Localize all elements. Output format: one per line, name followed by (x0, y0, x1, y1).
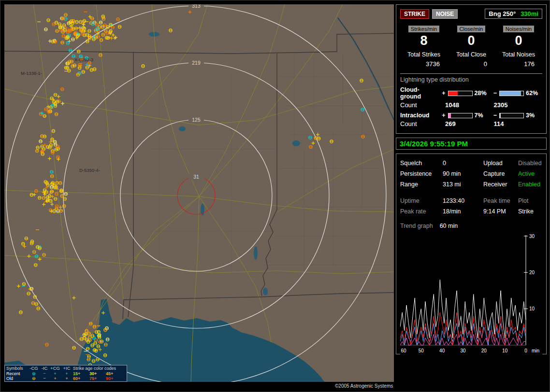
ic-positive-bar (448, 113, 473, 118)
uptime-grid: Uptime 1233:40 Peak time Plot Peak rate … (400, 197, 542, 215)
noises-per-min-chip: Noises/min (503, 26, 534, 32)
plus-sign: + (441, 90, 446, 97)
noise-button[interactable]: NOISE (432, 9, 458, 19)
ic-negative-pct: 3% (526, 112, 542, 119)
circle-minus-icon: ⊖ (29, 371, 39, 376)
age-code-15: 15+ (73, 371, 89, 376)
age-code-60: 60+ (73, 376, 89, 381)
svg-text:20: 20 (529, 270, 535, 275)
cg-negative-count: 2305 (494, 101, 542, 109)
lightning-distribution: Lightning type distribution Cloud-ground… (400, 73, 542, 127)
ic-count-label: Count (400, 120, 445, 127)
svg-text:20: 20 (481, 348, 487, 353)
lightning-map[interactable]: 31125219313X-6292-3M-1338-1-D-5350-4- Sy… (4, 4, 394, 382)
persistence-value: 90 min (443, 170, 483, 177)
distribution-title: Lightning type distribution (400, 76, 542, 83)
total-strikes-value: 3736 (400, 60, 448, 68)
svg-text:10: 10 (529, 306, 535, 311)
svg-text:10: 10 (502, 348, 508, 353)
capture-status: Active (518, 170, 542, 177)
svg-text:219: 219 (192, 60, 201, 66)
cg-count-label: Count (400, 101, 445, 109)
range-value: 313 mi (443, 181, 483, 188)
minus-icon: − (39, 371, 50, 376)
age-code-90: 90+ (106, 376, 124, 381)
receiver-label: Receiver (483, 181, 518, 188)
age-code-30: 30+ (89, 371, 106, 376)
svg-text:125: 125 (192, 117, 201, 123)
upload-status: Disabled (518, 160, 542, 167)
trend-graph-chart: 1020306050403020100min (400, 233, 542, 358)
strike-button[interactable]: STRIKE (400, 9, 429, 19)
svg-text:0: 0 (524, 348, 527, 353)
cg-count-row: Count 1048 2305 (400, 101, 542, 109)
trend-graph-row: Trend graph 60 min (400, 223, 542, 229)
total-noises-label: Total Noises (495, 51, 542, 58)
datetime-display: 3/4/2026 9:55:19 PM (396, 138, 547, 150)
app-window: 31125219313X-6292-3M-1338-1-D-5350-4- Sy… (0, 0, 550, 392)
age-code-45: 45+ (106, 371, 124, 376)
trend-graph-label: Trend graph (400, 223, 433, 229)
minus-sign: − (493, 90, 497, 97)
ic-negative-count: 114 (494, 120, 542, 127)
intracloud-row: Intracloud + 7% − 3% (400, 112, 542, 119)
capture-label: Capture (483, 170, 518, 177)
lake (292, 140, 300, 146)
lake (179, 126, 186, 131)
strikes-per-min-chip: Strikes/min (408, 26, 439, 32)
plus-sign: + (441, 112, 446, 119)
total-close-value: 0 (448, 60, 495, 68)
status-grid: Squelch 0 Upload Disabled Persistence 90… (400, 160, 542, 188)
legend-row-recent-label: Recent (6, 371, 29, 376)
upload-label: Upload (483, 160, 518, 167)
legend-row-old-label: Old (6, 376, 29, 381)
cg-positive-pct: 28% (475, 90, 491, 97)
legend-title-age-codes: Strike age color codes (73, 366, 124, 371)
ic-positive-pct: 7% (475, 112, 491, 119)
map-legend: Symbols -CG -IC +CG +IC Strike age color… (4, 365, 127, 382)
cloud-ground-label: Cloud-ground (400, 86, 439, 100)
cg-positive-bar (448, 91, 473, 96)
svg-text:30: 30 (529, 234, 535, 239)
svg-text:min: min (532, 348, 539, 353)
legend-col-neg-ic: -IC (39, 366, 50, 371)
status-panel: Squelch 0 Upload Disabled Persistence 90… (396, 154, 547, 354)
svg-text:X-6292-3: X-6292-3 (74, 57, 93, 62)
trend-graph-duration: 60 min (440, 223, 458, 229)
lake (263, 288, 268, 295)
circle-minus-icon: ⊖ (29, 376, 39, 381)
plot-value: Strike (518, 208, 542, 215)
ic-count-row: Count 269 114 (400, 120, 542, 127)
intracloud-label: Intracloud (400, 112, 439, 119)
minus-sign: − (493, 112, 497, 119)
svg-text:D-5350-4-: D-5350-4- (79, 168, 100, 173)
plus-icon: + (60, 376, 73, 381)
plus-icon: + (50, 371, 60, 376)
bearing-display: Bng 250° 330mi (485, 9, 542, 19)
peak-time-value: 9:14 PM (483, 208, 518, 215)
svg-text:30: 30 (460, 348, 466, 353)
squelch-value: 0 (443, 160, 483, 167)
legend-col-neg-cg: -CG (29, 366, 39, 371)
plus-icon: + (50, 376, 60, 381)
uptime-label: Uptime (400, 197, 443, 204)
svg-text:313: 313 (192, 4, 201, 9)
strikes-per-min-value: 8 (400, 33, 448, 48)
bearing-range: 330mi (521, 10, 538, 17)
svg-text:M-1338-1-: M-1338-1- (21, 70, 42, 76)
squelch-label: Squelch (400, 160, 443, 167)
cloud-ground-row: Cloud-ground + 28% − 62% (400, 86, 542, 100)
datetime-text: 3/4/2026 9:55:19 PM (400, 140, 468, 148)
receiver-status: Enabled (518, 181, 542, 188)
totals-row: Total Strikes Total Close Total Noises 3… (400, 51, 542, 68)
legend-title-symbols: Symbols (6, 366, 29, 371)
minus-icon: − (39, 376, 50, 381)
cg-positive-count: 1048 (445, 101, 493, 109)
plot-label: Plot (518, 197, 542, 204)
total-noises-value: 176 (495, 60, 542, 68)
map-canvas[interactable]: 31125219313X-6292-3M-1338-1-D-5350-4- (4, 4, 394, 382)
close-per-min-chip: Close/min (457, 26, 486, 32)
statistics-panel: STRIKE NOISE Bng 250° 330mi Strikes/min … (396, 4, 547, 134)
svg-text:31: 31 (193, 174, 199, 180)
mode-row: STRIKE NOISE Bng 250° 330mi (400, 9, 542, 19)
